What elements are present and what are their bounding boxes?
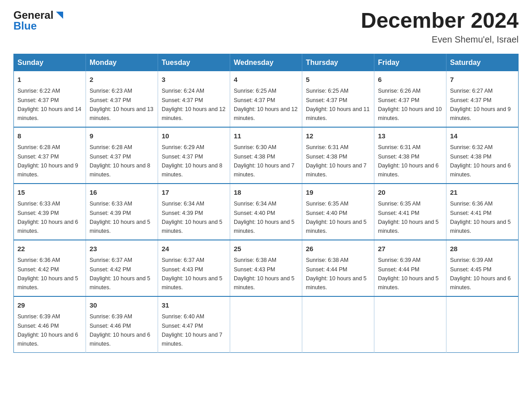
day-number: 27 xyxy=(378,244,442,254)
day-info: Sunrise: 6:36 AMSunset: 4:42 PMDaylight:… xyxy=(17,257,78,291)
day-info: Sunrise: 6:25 AMSunset: 4:37 PMDaylight:… xyxy=(234,88,297,121)
day-info: Sunrise: 6:33 AMSunset: 4:39 PMDaylight:… xyxy=(90,201,150,234)
day-info: Sunrise: 6:25 AMSunset: 4:37 PMDaylight:… xyxy=(306,88,369,121)
calendar-table: SundayMondayTuesdayWednesdayThursdayFrid… xyxy=(13,54,519,353)
calendar-day-cell: 21 Sunrise: 6:36 AMSunset: 4:41 PMDaylig… xyxy=(446,184,519,240)
day-of-week-header: Tuesday xyxy=(158,54,230,71)
calendar-day-cell: 27 Sunrise: 6:39 AMSunset: 4:44 PMDaylig… xyxy=(374,240,446,296)
day-number: 3 xyxy=(162,75,226,85)
day-of-week-header: Saturday xyxy=(446,54,519,71)
day-info: Sunrise: 6:26 AMSunset: 4:37 PMDaylight:… xyxy=(378,88,442,121)
calendar-day-cell: 10 Sunrise: 6:29 AMSunset: 4:37 PMDaylig… xyxy=(158,127,230,184)
day-number: 17 xyxy=(162,188,226,198)
day-number: 23 xyxy=(90,244,154,254)
day-info: Sunrise: 6:34 AMSunset: 4:40 PMDaylight:… xyxy=(234,201,295,234)
calendar-day-cell: 13 Sunrise: 6:31 AMSunset: 4:38 PMDaylig… xyxy=(374,127,446,184)
day-info: Sunrise: 6:40 AMSunset: 4:47 PMDaylight:… xyxy=(162,313,223,347)
calendar-day-cell: 7 Sunrise: 6:27 AMSunset: 4:37 PMDayligh… xyxy=(446,71,519,127)
calendar-day-cell: 30 Sunrise: 6:39 AMSunset: 4:46 PMDaylig… xyxy=(86,296,158,353)
calendar-day-cell: 22 Sunrise: 6:36 AMSunset: 4:42 PMDaylig… xyxy=(14,240,86,296)
svg-marker-0 xyxy=(56,12,63,19)
day-info: Sunrise: 6:34 AMSunset: 4:39 PMDaylight:… xyxy=(162,201,223,234)
calendar-day-cell: 3 Sunrise: 6:24 AMSunset: 4:37 PMDayligh… xyxy=(158,71,230,127)
calendar-day-cell: 23 Sunrise: 6:37 AMSunset: 4:42 PMDaylig… xyxy=(86,240,158,296)
calendar-day-cell: 6 Sunrise: 6:26 AMSunset: 4:37 PMDayligh… xyxy=(374,71,446,127)
calendar-day-cell: 9 Sunrise: 6:28 AMSunset: 4:37 PMDayligh… xyxy=(86,127,158,184)
logo-triangle-icon xyxy=(54,10,64,20)
day-number: 4 xyxy=(234,75,298,85)
calendar-day-cell: 15 Sunrise: 6:33 AMSunset: 4:39 PMDaylig… xyxy=(14,184,86,240)
day-info: Sunrise: 6:27 AMSunset: 4:37 PMDaylight:… xyxy=(450,88,511,121)
calendar-day-cell xyxy=(230,296,302,353)
day-number: 26 xyxy=(306,244,370,254)
day-number: 2 xyxy=(90,75,154,85)
calendar-day-cell: 26 Sunrise: 6:38 AMSunset: 4:44 PMDaylig… xyxy=(302,240,374,296)
day-info: Sunrise: 6:35 AMSunset: 4:40 PMDaylight:… xyxy=(306,201,367,234)
day-info: Sunrise: 6:31 AMSunset: 4:38 PMDaylight:… xyxy=(378,144,439,178)
calendar-day-cell: 24 Sunrise: 6:37 AMSunset: 4:43 PMDaylig… xyxy=(158,240,230,296)
day-number: 15 xyxy=(17,188,82,198)
day-number: 8 xyxy=(17,131,82,141)
day-info: Sunrise: 6:31 AMSunset: 4:38 PMDaylight:… xyxy=(306,144,367,178)
page-subtitle: Even Shemu'el, Israel xyxy=(361,34,519,45)
day-number: 28 xyxy=(450,244,515,254)
day-number: 1 xyxy=(17,75,82,85)
day-number: 6 xyxy=(378,75,442,85)
calendar-week-row: 29 Sunrise: 6:39 AMSunset: 4:46 PMDaylig… xyxy=(14,296,519,353)
day-number: 16 xyxy=(90,188,154,198)
day-of-week-header: Thursday xyxy=(302,54,374,71)
day-number: 20 xyxy=(378,188,442,198)
day-number: 19 xyxy=(306,188,370,198)
calendar-day-cell: 17 Sunrise: 6:34 AMSunset: 4:39 PMDaylig… xyxy=(158,184,230,240)
calendar-day-cell: 25 Sunrise: 6:38 AMSunset: 4:43 PMDaylig… xyxy=(230,240,302,296)
day-number: 29 xyxy=(17,300,82,311)
day-info: Sunrise: 6:30 AMSunset: 4:38 PMDaylight:… xyxy=(234,144,295,178)
calendar-day-cell: 19 Sunrise: 6:35 AMSunset: 4:40 PMDaylig… xyxy=(302,184,374,240)
day-number: 31 xyxy=(162,300,226,311)
calendar-header-row: SundayMondayTuesdayWednesdayThursdayFrid… xyxy=(14,54,519,71)
calendar-day-cell: 14 Sunrise: 6:32 AMSunset: 4:38 PMDaylig… xyxy=(446,127,519,184)
page-header: General Blue December 2024 Even Shemu'el… xyxy=(13,9,519,45)
logo: General Blue xyxy=(13,9,64,32)
day-number: 18 xyxy=(234,188,298,198)
calendar-week-row: 22 Sunrise: 6:36 AMSunset: 4:42 PMDaylig… xyxy=(14,240,519,296)
calendar-day-cell: 16 Sunrise: 6:33 AMSunset: 4:39 PMDaylig… xyxy=(86,184,158,240)
calendar-day-cell: 1 Sunrise: 6:22 AMSunset: 4:37 PMDayligh… xyxy=(14,71,86,127)
page-title: December 2024 xyxy=(361,9,519,33)
calendar-week-row: 1 Sunrise: 6:22 AMSunset: 4:37 PMDayligh… xyxy=(14,71,519,127)
day-info: Sunrise: 6:35 AMSunset: 4:41 PMDaylight:… xyxy=(378,201,439,234)
calendar-day-cell: 31 Sunrise: 6:40 AMSunset: 4:47 PMDaylig… xyxy=(158,296,230,353)
calendar-day-cell: 20 Sunrise: 6:35 AMSunset: 4:41 PMDaylig… xyxy=(374,184,446,240)
calendar-day-cell xyxy=(302,296,374,353)
day-info: Sunrise: 6:38 AMSunset: 4:44 PMDaylight:… xyxy=(306,257,367,291)
day-of-week-header: Wednesday xyxy=(230,54,302,71)
day-info: Sunrise: 6:39 AMSunset: 4:46 PMDaylight:… xyxy=(90,313,150,347)
day-info: Sunrise: 6:38 AMSunset: 4:43 PMDaylight:… xyxy=(234,257,295,291)
calendar-week-row: 15 Sunrise: 6:33 AMSunset: 4:39 PMDaylig… xyxy=(14,184,519,240)
day-info: Sunrise: 6:39 AMSunset: 4:46 PMDaylight:… xyxy=(17,313,78,347)
day-number: 24 xyxy=(162,244,226,254)
day-info: Sunrise: 6:28 AMSunset: 4:37 PMDaylight:… xyxy=(17,144,78,178)
calendar-day-cell: 29 Sunrise: 6:39 AMSunset: 4:46 PMDaylig… xyxy=(14,296,86,353)
calendar-day-cell: 18 Sunrise: 6:34 AMSunset: 4:40 PMDaylig… xyxy=(230,184,302,240)
calendar-day-cell xyxy=(446,296,519,353)
calendar-day-cell: 2 Sunrise: 6:23 AMSunset: 4:37 PMDayligh… xyxy=(86,71,158,127)
day-info: Sunrise: 6:36 AMSunset: 4:41 PMDaylight:… xyxy=(450,201,511,234)
day-number: 11 xyxy=(234,131,298,141)
day-number: 9 xyxy=(90,131,154,141)
calendar-day-cell xyxy=(374,296,446,353)
calendar-day-cell: 4 Sunrise: 6:25 AMSunset: 4:37 PMDayligh… xyxy=(230,71,302,127)
day-info: Sunrise: 6:23 AMSunset: 4:37 PMDaylight:… xyxy=(90,88,153,121)
day-info: Sunrise: 6:24 AMSunset: 4:37 PMDaylight:… xyxy=(162,88,225,121)
calendar-day-cell: 11 Sunrise: 6:30 AMSunset: 4:38 PMDaylig… xyxy=(230,127,302,184)
day-number: 21 xyxy=(450,188,515,198)
day-number: 22 xyxy=(17,244,82,254)
day-number: 12 xyxy=(306,131,370,141)
day-info: Sunrise: 6:37 AMSunset: 4:42 PMDaylight:… xyxy=(90,257,150,291)
day-info: Sunrise: 6:22 AMSunset: 4:37 PMDaylight:… xyxy=(17,88,81,121)
calendar-day-cell: 12 Sunrise: 6:31 AMSunset: 4:38 PMDaylig… xyxy=(302,127,374,184)
day-number: 30 xyxy=(90,300,154,311)
day-info: Sunrise: 6:39 AMSunset: 4:45 PMDaylight:… xyxy=(450,257,511,291)
day-number: 13 xyxy=(378,131,442,141)
title-section: December 2024 Even Shemu'el, Israel xyxy=(361,9,519,45)
